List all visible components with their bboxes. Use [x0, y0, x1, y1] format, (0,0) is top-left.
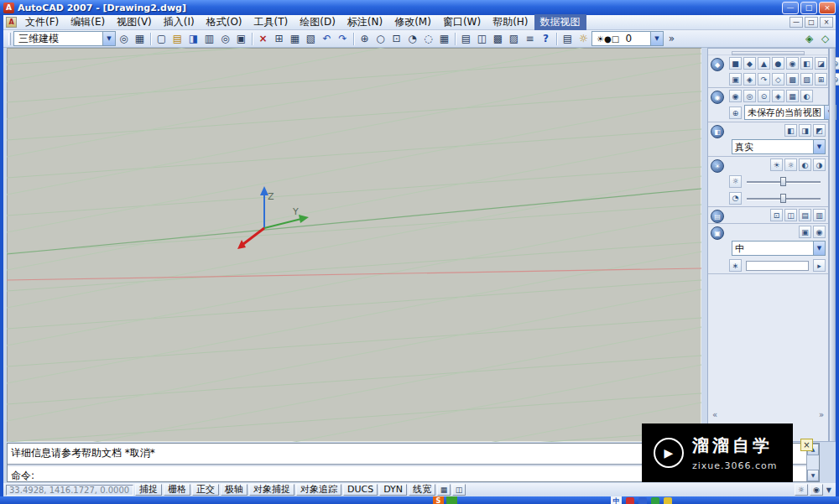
model-space-icon[interactable]: ▦ — [437, 484, 451, 496]
menu-window[interactable]: 窗口(W) — [437, 14, 487, 30]
match-properties-icon[interactable]: ▧ — [303, 31, 319, 46]
camera-icon[interactable]: ◈ — [772, 90, 784, 102]
tool-palettes-icon[interactable]: ▩ — [490, 31, 506, 46]
minimize-button[interactable]: — — [782, 2, 799, 14]
help-icon[interactable]: ? — [538, 31, 554, 46]
layer-previous-icon[interactable]: ◇ — [817, 31, 833, 46]
box-primitive-icon[interactable]: ■ — [729, 57, 742, 70]
qnew-icon[interactable]: ▢ — [154, 31, 169, 46]
coordinate-readout[interactable]: 33.4928, 1416.1727, 0.0000 — [6, 485, 133, 496]
tray-icon[interactable] — [664, 497, 672, 504]
zoom-previous-icon[interactable]: ◔ — [404, 31, 420, 46]
properties-icon[interactable]: ▤ — [458, 31, 474, 46]
continuous-orbit-icon[interactable]: ⊙ — [758, 90, 770, 102]
render-badge-icon[interactable]: ▣ — [711, 226, 724, 240]
tray-icon[interactable] — [651, 497, 659, 504]
render-go-button[interactable]: ▸ — [813, 259, 826, 272]
plot-preview-icon[interactable]: ◎ — [217, 31, 233, 46]
free-orbit-icon[interactable]: ◎ — [743, 90, 756, 102]
subtract-icon[interactable]: ▨ — [800, 73, 813, 86]
constrained-orbit-icon[interactable]: ◉ — [729, 90, 742, 102]
sogou-tray-icon[interactable]: S — [433, 496, 444, 504]
walk-icon[interactable]: ▦ — [786, 90, 799, 102]
pan-icon[interactable]: ⊕ — [357, 31, 373, 46]
ime-mode-tray-icon[interactable] — [446, 496, 457, 504]
wedge-primitive-icon[interactable]: ▲ — [758, 57, 770, 70]
menu-help[interactable]: 帮助(H) — [487, 14, 534, 30]
hidden-style-icon[interactable]: ◨ — [799, 124, 811, 137]
sphere-primitive-icon[interactable]: ● — [772, 57, 784, 70]
sweep-icon[interactable]: ↷ — [758, 73, 770, 86]
plot-icon[interactable]: ▥ — [201, 31, 217, 46]
snap-toggle[interactable]: 捕捉 — [135, 484, 162, 496]
chevron-down-icon[interactable]: ▼ — [102, 32, 115, 45]
menu-draw[interactable]: 绘图(D) — [294, 14, 341, 30]
realistic-style-icon[interactable]: ◩ — [813, 124, 826, 137]
render-icon[interactable]: ∗ — [729, 259, 742, 272]
toolbar-overflow-chevron-icon[interactable]: » — [664, 31, 680, 46]
torus-primitive-icon[interactable]: ◪ — [815, 57, 827, 70]
grid-toggle[interactable]: 栅格 — [164, 484, 190, 496]
materials-badge-icon[interactable]: ▤ — [711, 210, 724, 223]
menu-modify[interactable]: 修改(M) — [388, 14, 437, 30]
menu-dataview[interactable]: 数据视图 — [534, 14, 586, 30]
undo-icon[interactable]: ↶ — [319, 31, 335, 46]
toolbar-lock-icon[interactable]: ◉ — [810, 484, 823, 496]
chevron-down-icon[interactable]: ▼ — [650, 32, 663, 45]
polar-toggle[interactable]: 极轴 — [221, 484, 248, 496]
zoom-realtime-icon[interactable]: ○ — [373, 31, 388, 46]
render-presets-icon[interactable]: ▣ — [799, 226, 811, 238]
material-mapping-icon[interactable]: ◫ — [784, 209, 797, 221]
communication-center-icon[interactable]: ☼ — [795, 484, 808, 496]
workspace-settings-icon[interactable]: ◎ — [116, 31, 132, 46]
palette-titlebar[interactable] — [829, 48, 836, 442]
publish-icon[interactable]: ▣ — [233, 31, 249, 46]
loft-icon[interactable]: ◇ — [772, 73, 784, 86]
quickcalc-icon[interactable]: ≡ — [522, 31, 538, 46]
menu-dimension[interactable]: 标注(N) — [341, 14, 388, 30]
drawing-area[interactable]: Z Y — [7, 48, 701, 442]
scroll-down-icon[interactable]: ▼ — [807, 470, 819, 481]
menu-edit[interactable]: 编辑(E) — [65, 14, 111, 30]
sky-icon[interactable]: ☼ — [784, 158, 797, 171]
lineweight-toggle[interactable]: 线宽 — [409, 484, 435, 496]
orbit-icon[interactable]: ◌ — [420, 31, 436, 46]
status-menu-chevron-icon[interactable]: ▼ — [825, 486, 833, 494]
close-button[interactable]: × — [819, 2, 836, 14]
visual-style-select[interactable]: 真实 ▼ — [732, 139, 826, 154]
copy-icon[interactable]: ⊞ — [271, 31, 287, 46]
panel-overflow-right-icon[interactable]: » — [819, 410, 824, 419]
cut-icon[interactable]: × — [255, 31, 271, 46]
layout-icon[interactable]: ◫ — [452, 484, 466, 496]
sun-icon[interactable]: ☀ — [770, 158, 783, 171]
ime-language-tray-icon[interactable]: 中 — [611, 496, 622, 504]
material-attach-icon[interactable]: ▤ — [799, 209, 811, 221]
overlay-close-button[interactable]: × — [800, 439, 813, 451]
save-icon[interactable]: ◨ — [185, 31, 201, 46]
sheet-set-manager-icon[interactable]: ▨ — [506, 31, 522, 46]
layer-properties-icon[interactable]: ▤ — [560, 31, 576, 46]
wireframe-style-icon[interactable]: ◧ — [784, 124, 797, 137]
fly-icon[interactable]: ◐ — [800, 90, 813, 102]
menu-file[interactable]: 文件(F) — [19, 14, 65, 30]
tray-icon[interactable] — [626, 497, 634, 504]
3d-navigate-badge-icon[interactable]: ◉ — [711, 91, 724, 104]
ortho-toggle[interactable]: 正交 — [192, 484, 219, 496]
chevron-down-icon[interactable]: ▼ — [813, 140, 825, 153]
slider-thumb[interactable] — [780, 177, 786, 186]
zoom-window-icon[interactable]: ⊡ — [388, 31, 404, 46]
point-light-icon[interactable]: ◐ — [799, 158, 811, 171]
otrack-toggle[interactable]: 对象追踪 — [296, 484, 341, 496]
named-views-icon[interactable]: ▦ — [436, 31, 452, 46]
extrude-icon[interactable]: ▣ — [729, 73, 742, 86]
menu-tools[interactable]: 工具(T) — [248, 14, 294, 30]
render-environment-icon[interactable]: ◉ — [813, 226, 826, 238]
my-workspace-icon[interactable]: ▦ — [132, 31, 148, 46]
intersect-icon[interactable]: ⊞ — [815, 73, 827, 86]
cone-primitive-icon[interactable]: ◧ — [800, 57, 813, 70]
redo-icon[interactable]: ↷ — [335, 31, 351, 46]
tray-icon[interactable] — [638, 497, 647, 504]
revolve-icon[interactable]: ◈ — [743, 73, 756, 86]
brightness-slider[interactable] — [747, 175, 821, 187]
material-editor-icon[interactable]: ▥ — [813, 209, 826, 221]
